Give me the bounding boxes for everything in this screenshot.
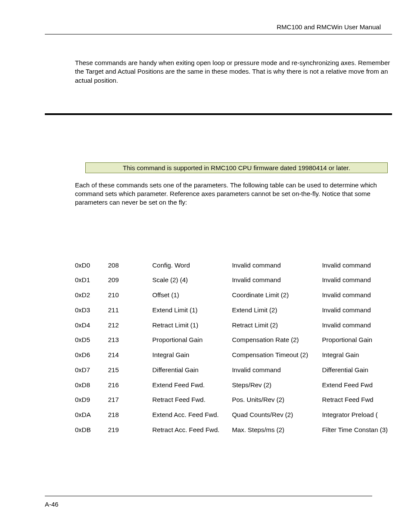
cell-param-3: Invalid command [322, 261, 392, 270]
cell-param-2: Max. Steps/ms (2) [232, 426, 322, 434]
section-divider [45, 113, 392, 115]
cell-hex: 0xD4 [75, 321, 108, 330]
cell-dec: 209 [108, 276, 153, 284]
parameter-table: 0xD0208Config. WordInvalid commandInvali… [75, 255, 392, 441]
cell-param-2: Invalid command [232, 261, 322, 270]
table-row: 0xDA218Extend Acc. Feed Fwd.Quad Counts/… [75, 411, 392, 419]
cell-dec: 217 [108, 396, 153, 404]
cell-hex: 0xD8 [75, 381, 108, 389]
page-footer: A-46 [45, 496, 372, 508]
table-row: 0xD7215Differential GainInvalid commandD… [75, 366, 392, 374]
cell-dec: 213 [108, 336, 153, 344]
table-row: 0xD6214Integral GainCompensation Timeout… [75, 351, 392, 359]
cell-dec: 210 [108, 291, 153, 299]
cell-param-3: Invalid command [322, 291, 392, 299]
page-header: RMC100 and RMCWin User Manual [45, 23, 392, 34]
cell-hex: 0xD1 [75, 276, 108, 284]
table-row: 0xD1209Scale (2) (4)Invalid commandInval… [75, 276, 392, 284]
cell-dec: 218 [108, 411, 153, 419]
cell-dec: 219 [108, 426, 153, 434]
table-row: 0xD9217Retract Feed Fwd.Pos. Units/Rev (… [75, 396, 392, 404]
cell-param-1: Offset (1) [153, 291, 232, 299]
cell-param-1: Proportional Gain [153, 336, 232, 344]
firmware-note: This command is supported in RMC100 CPU … [85, 162, 388, 173]
table-row: 0xD0208Config. WordInvalid commandInvali… [75, 261, 392, 270]
cell-param-1: Extend Acc. Feed Fwd. [153, 411, 232, 419]
cell-param-3: Filter Time Constan (3) [322, 426, 392, 434]
intro-paragraph: These commands are handy when exiting op… [75, 59, 392, 85]
cell-dec: 208 [108, 261, 153, 270]
description-paragraph: Each of these commands sets one of the p… [75, 181, 392, 207]
parameter-table-wrap: 0xD0208Config. WordInvalid commandInvali… [75, 255, 392, 441]
cell-hex: 0xD6 [75, 351, 108, 359]
cell-hex: 0xD9 [75, 396, 108, 404]
cell-param-2: Compensation Rate (2) [232, 336, 322, 344]
cell-param-3: Differential Gain [322, 366, 392, 374]
cell-hex: 0xD3 [75, 306, 108, 314]
cell-hex: 0xDB [75, 426, 108, 434]
cell-dec: 215 [108, 366, 153, 374]
cell-param-2: Invalid command [232, 276, 322, 284]
cell-param-2: Coordinate Limit (2) [232, 291, 322, 299]
cell-hex: 0xDA [75, 411, 108, 419]
cell-param-1: Retract Feed Fwd. [153, 396, 232, 404]
cell-dec: 211 [108, 306, 153, 314]
cell-dec: 214 [108, 351, 153, 359]
table-row: 0xD4212Retract Limit (1)Retract Limit (2… [75, 321, 392, 330]
cell-dec: 212 [108, 321, 153, 330]
cell-param-2: Pos. Units/Rev (2) [232, 396, 322, 404]
cell-param-3: Invalid command [322, 306, 392, 314]
table-row: 0xDB219Retract Acc. Feed Fwd.Max. Steps/… [75, 426, 392, 434]
cell-param-2: Steps/Rev (2) [232, 381, 322, 389]
cell-param-3: Integral Gain [322, 351, 392, 359]
cell-param-1: Extend Limit (1) [153, 306, 232, 314]
page-number: A-46 [45, 501, 59, 508]
cell-param-1: Extend Feed Fwd. [153, 381, 232, 389]
cell-param-2: Retract Limit (2) [232, 321, 322, 330]
table-row: 0xD8216Extend Feed Fwd.Steps/Rev (2)Exte… [75, 381, 392, 389]
page: RMC100 and RMCWin User Manual These comm… [0, 0, 411, 532]
table-row: 0xD3211Extend Limit (1)Extend Limit (2)I… [75, 306, 392, 314]
header-title: RMC100 and RMCWin User Manual [277, 23, 381, 31]
cell-param-2: Quad Counts/Rev (2) [232, 411, 322, 419]
cell-param-1: Retract Acc. Feed Fwd. [153, 426, 232, 434]
cell-param-1: Differential Gain [153, 366, 232, 374]
cell-param-1: Retract Limit (1) [153, 321, 232, 330]
cell-hex: 0xD5 [75, 336, 108, 344]
cell-param-1: Integral Gain [153, 351, 232, 359]
cell-param-1: Scale (2) (4) [153, 276, 232, 284]
cell-param-2: Compensation Timeout (2) [232, 351, 322, 359]
table-row: 0xD5213Proportional GainCompensation Rat… [75, 336, 392, 344]
table-row: 0xD2210Offset (1)Coordinate Limit (2)Inv… [75, 291, 392, 299]
cell-param-1: Config. Word [153, 261, 232, 270]
cell-hex: 0xD7 [75, 366, 108, 374]
cell-param-2: Invalid command [232, 366, 322, 374]
cell-hex: 0xD2 [75, 291, 108, 299]
cell-param-2: Extend Limit (2) [232, 306, 322, 314]
cell-param-3: Proportional Gain [322, 336, 392, 344]
cell-param-3: Integrator Preload ( [322, 411, 392, 419]
content-area: These commands are handy when exiting op… [45, 59, 392, 441]
cell-hex: 0xD0 [75, 261, 108, 270]
cell-param-3: Invalid command [322, 276, 392, 284]
cell-param-3: Retract Feed Fwd [322, 396, 392, 404]
cell-param-3: Extend Feed Fwd [322, 381, 392, 389]
cell-dec: 216 [108, 381, 153, 389]
cell-param-3: Invalid command [322, 321, 392, 330]
